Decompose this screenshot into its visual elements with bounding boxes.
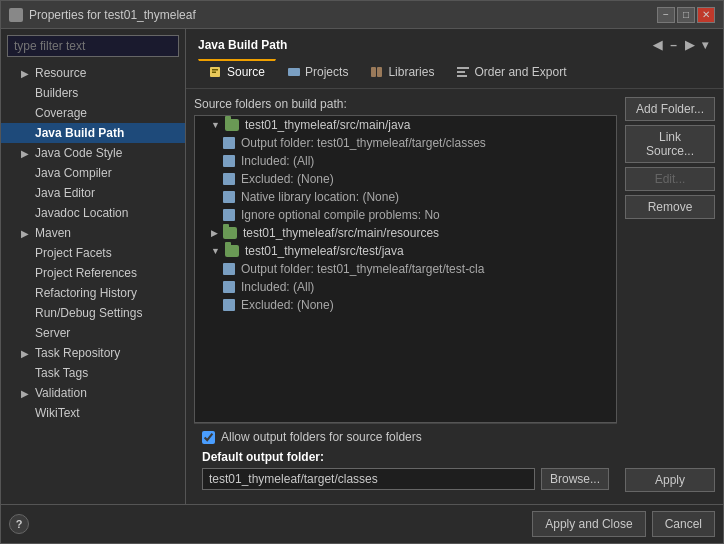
prop-icon	[223, 209, 235, 221]
tab-libraries[interactable]: Libraries	[359, 59, 445, 84]
source-entry-label: test01_thymeleaf/src/main/java	[245, 118, 410, 132]
source-entry-main-resources[interactable]: ▶ test01_thymeleaf/src/main/resources	[195, 224, 616, 242]
tree-item-label: Run/Debug Settings	[35, 306, 142, 320]
main-content: ▶ Resource Builders Coverage Java Build …	[1, 29, 723, 504]
cancel-button[interactable]: Cancel	[652, 511, 715, 537]
tree-item-task-tags[interactable]: Task Tags	[1, 363, 185, 383]
expand-arrow	[21, 208, 31, 219]
tab-order-export[interactable]: Order and Export	[445, 59, 577, 84]
expand-arrow	[21, 108, 31, 119]
nav-forward-button[interactable]: ▶	[682, 37, 697, 53]
tree-item-label: Java Editor	[35, 186, 95, 200]
tree-item-label: Project Facets	[35, 246, 112, 260]
prop-icon	[223, 263, 235, 275]
source-entry-test-java[interactable]: ▼ test01_thymeleaf/src/test/java	[195, 242, 616, 260]
projects-tab-icon	[287, 65, 301, 79]
nav-dropdown-button[interactable]: ▾	[699, 37, 711, 53]
svg-rect-3	[288, 68, 300, 76]
apply-and-close-button[interactable]: Apply and Close	[532, 511, 645, 537]
tree-item-javadoc-location[interactable]: Javadoc Location	[1, 203, 185, 223]
prop-icon	[223, 173, 235, 185]
expand-icon-main-resources: ▶	[211, 228, 218, 238]
tree-item-run-debug-settings[interactable]: Run/Debug Settings	[1, 303, 185, 323]
tree-item-wikitext[interactable]: WikiText	[1, 403, 185, 423]
expand-arrow	[21, 128, 31, 139]
edit-button[interactable]: Edit...	[625, 167, 715, 191]
tree-item-java-code-style[interactable]: ▶ Java Code Style	[1, 143, 185, 163]
source-entry-label: Included: (All)	[241, 154, 314, 168]
tree-item-validation[interactable]: ▶ Validation	[1, 383, 185, 403]
output-row: Browse...	[202, 468, 609, 490]
footer: ? Apply and Close Cancel	[1, 504, 723, 543]
title-bar-left: Properties for test01_thymeleaf	[9, 8, 196, 22]
source-entry-excluded-none-test[interactable]: Excluded: (None)	[195, 296, 616, 314]
tree-item-label: Project References	[35, 266, 137, 280]
order-tab-icon	[456, 65, 470, 79]
right-title-row: Java Build Path ◀ – ▶ ▾	[198, 37, 711, 53]
output-folder-input[interactable]	[202, 468, 535, 490]
allow-output-checkbox[interactable]	[202, 431, 215, 444]
tree-item-server[interactable]: Server	[1, 323, 185, 343]
source-entry-main-java[interactable]: ▼ test01_thymeleaf/src/main/java	[195, 116, 616, 134]
tree-item-label: WikiText	[35, 406, 80, 420]
expand-icon-test-java: ▼	[211, 246, 220, 256]
browse-button[interactable]: Browse...	[541, 468, 609, 490]
prop-icon	[223, 191, 235, 203]
source-entry-native-lib[interactable]: Native library location: (None)	[195, 188, 616, 206]
add-folder-button[interactable]: Add Folder...	[625, 97, 715, 121]
window-title: Properties for test01_thymeleaf	[29, 8, 196, 22]
nav-separator: –	[667, 37, 680, 53]
tree-item-maven[interactable]: ▶ Maven	[1, 223, 185, 243]
tab-libraries-label: Libraries	[388, 65, 434, 79]
tree-item-java-editor[interactable]: Java Editor	[1, 183, 185, 203]
tree-item-refactoring-history[interactable]: Refactoring History	[1, 283, 185, 303]
source-entry-label: Included: (All)	[241, 280, 314, 294]
tree-item-coverage[interactable]: Coverage	[1, 103, 185, 123]
svg-rect-5	[377, 67, 382, 77]
source-entry-ignore-compile[interactable]: Ignore optional compile problems: No	[195, 206, 616, 224]
tree-item-java-compiler[interactable]: Java Compiler	[1, 163, 185, 183]
source-entry-output-test[interactable]: Output folder: test01_thymeleaf/target/t…	[195, 260, 616, 278]
maximize-button[interactable]: □	[677, 7, 695, 23]
expand-arrow	[21, 168, 31, 179]
title-bar: Properties for test01_thymeleaf − □ ✕	[1, 1, 723, 29]
tree-item-project-references[interactable]: Project References	[1, 263, 185, 283]
source-entry-output-main[interactable]: Output folder: test01_thymeleaf/target/c…	[195, 134, 616, 152]
svg-rect-4	[371, 67, 376, 77]
minimize-button[interactable]: −	[657, 7, 675, 23]
expand-arrow	[21, 368, 31, 379]
tree-item-label: Java Build Path	[35, 126, 124, 140]
tree-item-project-facets[interactable]: Project Facets	[1, 243, 185, 263]
expand-arrow	[21, 328, 31, 339]
allow-output-label: Allow output folders for source folders	[221, 430, 422, 444]
source-entry-included-all-test[interactable]: Included: (All)	[195, 278, 616, 296]
tab-source[interactable]: Source	[198, 59, 276, 84]
checkbox-row: Allow output folders for source folders	[202, 430, 609, 444]
nav-back-button[interactable]: ◀	[650, 37, 665, 53]
source-tree[interactable]: ▼ test01_thymeleaf/src/main/java Output …	[194, 115, 617, 423]
section-label: Source folders on build path:	[194, 97, 617, 111]
tree-item-builders[interactable]: Builders	[1, 83, 185, 103]
tab-projects[interactable]: Projects	[276, 59, 359, 84]
properties-window: Properties for test01_thymeleaf − □ ✕ ▶ …	[0, 0, 724, 544]
close-button[interactable]: ✕	[697, 7, 715, 23]
remove-button[interactable]: Remove	[625, 195, 715, 219]
link-source-button[interactable]: Link Source...	[625, 125, 715, 163]
source-entry-label: Excluded: (None)	[241, 298, 334, 312]
source-entry-label: test01_thymeleaf/src/test/java	[245, 244, 404, 258]
tree-item-java-build-path[interactable]: Java Build Path	[1, 123, 185, 143]
help-button[interactable]: ?	[9, 514, 29, 534]
svg-rect-8	[457, 75, 467, 77]
source-entry-excluded-none[interactable]: Excluded: (None)	[195, 170, 616, 188]
source-entry-included-all[interactable]: Included: (All)	[195, 152, 616, 170]
filter-input[interactable]	[7, 35, 179, 57]
source-entry-label: Output folder: test01_thymeleaf/target/t…	[241, 262, 484, 276]
source-entry-label: Ignore optional compile problems: No	[241, 208, 440, 222]
tab-bar: Source Projects Libraries	[198, 59, 711, 84]
expand-arrow	[21, 308, 31, 319]
apply-button[interactable]: Apply	[625, 468, 715, 492]
tree-item-label: Validation	[35, 386, 87, 400]
tree-item-label: Builders	[35, 86, 78, 100]
tree-item-task-repository[interactable]: ▶ Task Repository	[1, 343, 185, 363]
tree-item-resource[interactable]: ▶ Resource	[1, 63, 185, 83]
